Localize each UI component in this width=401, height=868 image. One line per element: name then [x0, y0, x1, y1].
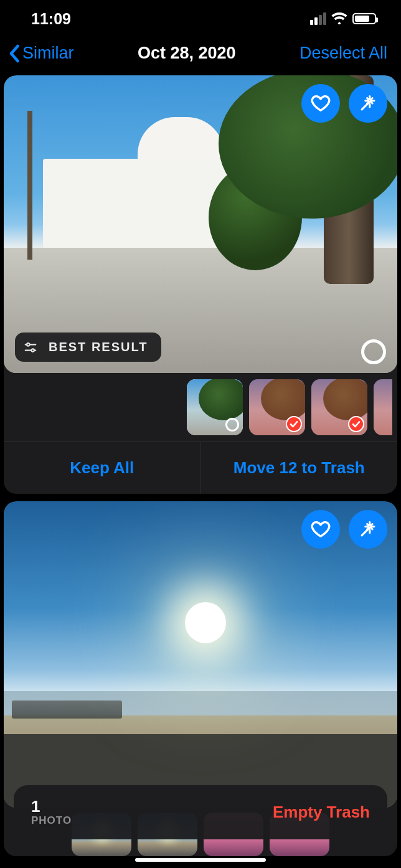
trash-count: 1 — [31, 798, 72, 816]
back-label: Similar — [22, 44, 74, 63]
thumbnail-strip[interactable] — [4, 373, 397, 441]
chevron-left-icon — [9, 44, 21, 63]
favorite-button[interactable] — [301, 84, 340, 123]
empty-trash-button[interactable]: Empty Trash — [273, 803, 370, 822]
sliders-icon — [24, 341, 37, 354]
page-title: Oct 28, 2020 — [138, 44, 236, 63]
nav-bar: Similar Oct 28, 2020 Deselect All — [0, 37, 401, 74]
status-icons — [310, 12, 376, 25]
status-time: 11:09 — [31, 10, 71, 28]
thumbnail-item[interactable] — [249, 379, 305, 435]
magic-wand-icon — [357, 93, 379, 114]
best-result-badge[interactable]: BEST RESULT — [15, 333, 161, 362]
svg-point-1 — [31, 349, 34, 351]
magic-wand-icon — [357, 519, 379, 540]
svg-point-0 — [27, 343, 29, 346]
wifi-icon — [331, 12, 347, 25]
battery-icon — [352, 13, 376, 24]
trash-label: PHOTO — [31, 815, 72, 827]
favorite-button[interactable] — [301, 510, 340, 549]
move-to-trash-button[interactable]: Move 12 to Trash — [201, 442, 398, 494]
thumbnail-item[interactable] — [374, 379, 392, 435]
photo-group-card: BEST RESULT Keep All Move 12 to Trash — [4, 75, 397, 494]
keep-all-button[interactable]: Keep All — [4, 442, 200, 494]
card-actions: Keep All Move 12 to Trash — [4, 441, 397, 494]
status-bar: 11:09 — [0, 0, 401, 37]
deselect-all-button[interactable]: Deselect All — [300, 44, 387, 63]
selection-ring[interactable] — [361, 339, 386, 364]
trash-bar: 1 PHOTO Empty Trash — [14, 785, 387, 839]
best-result-label: BEST RESULT — [49, 340, 148, 354]
selected-check-icon — [348, 416, 364, 432]
heart-icon — [310, 519, 331, 540]
home-indicator[interactable] — [135, 858, 266, 862]
hero-photo[interactable]: BEST RESULT — [4, 75, 397, 373]
magic-enhance-button[interactable] — [349, 84, 387, 123]
selection-ring-icon — [225, 418, 239, 432]
magic-enhance-button[interactable] — [349, 510, 387, 549]
hero-photo[interactable] — [4, 501, 397, 808]
thumbnail-item[interactable] — [187, 379, 243, 435]
selected-check-icon — [286, 416, 302, 432]
thumbnail-item[interactable] — [311, 379, 367, 435]
back-button[interactable]: Similar — [9, 44, 74, 63]
heart-icon — [310, 93, 331, 114]
cellular-icon — [310, 12, 326, 25]
